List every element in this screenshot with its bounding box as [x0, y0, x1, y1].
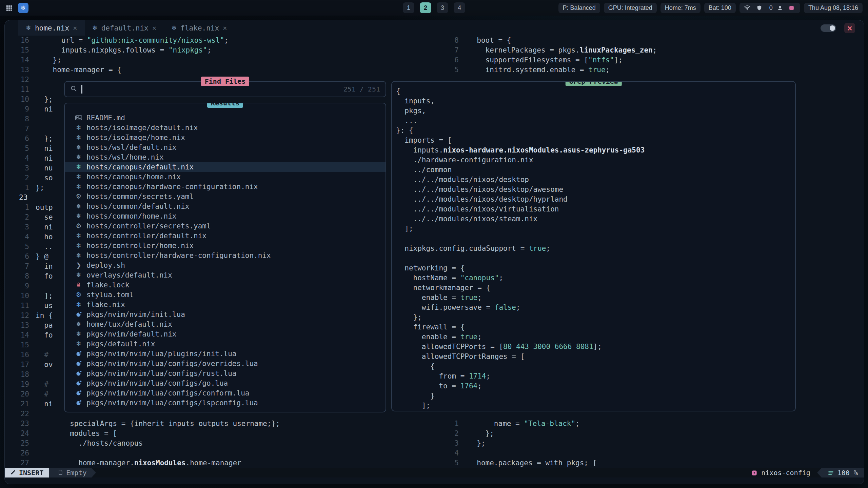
result-row[interactable]: ❄ hosts/controller/default.nix	[65, 231, 386, 241]
code-text[interactable]: #	[29, 350, 48, 360]
code-text[interactable]: initrd.systemd.enable = true;	[459, 65, 610, 75]
result-row[interactable]: pkgs/nvim/nvim/lua/configs/lspconfig.lua	[65, 398, 386, 408]
result-row[interactable]: ❄ overlays/default.nix	[65, 270, 386, 280]
app-logo-icon[interactable]: ❄	[18, 3, 28, 13]
editor-tab[interactable]: ❄ flake.nix ×	[164, 20, 234, 36]
code-text[interactable]: };	[459, 439, 486, 448]
result-row[interactable]: pkgs/nvim/nvim/init.lua	[65, 309, 386, 319]
code-text[interactable]: nu	[29, 163, 53, 173]
code-text[interactable]: ni	[29, 144, 53, 154]
code-text[interactable]: us	[29, 301, 53, 311]
code-text[interactable]: supportedFilesystems = ["ntfs"];	[459, 55, 623, 65]
code-text[interactable]: ];	[29, 291, 53, 301]
result-row[interactable]: pkgs/nvim/nvim/lua/configs/overrides.lua	[65, 359, 386, 368]
code-text[interactable]: #	[29, 389, 48, 399]
result-row[interactable]: ❄ home/tux/default.nix	[65, 319, 386, 329]
code-text[interactable]: #	[29, 380, 48, 389]
result-row[interactable]: pkgs/nvim/nvim/lua/configs/conform.lua	[65, 388, 386, 398]
code-text[interactable]: ho	[29, 232, 53, 242]
code-text[interactable]	[29, 85, 36, 95]
code-text[interactable]: home-manager.nixosModules.home-manager	[29, 458, 241, 468]
result-row[interactable]: README.md	[65, 113, 386, 123]
tray-item[interactable]	[777, 5, 784, 11]
code-text[interactable]: modules = [	[29, 429, 117, 439]
code-text[interactable]: kernelPackages = pkgs.linuxPackages_zen;	[459, 45, 657, 55]
code-text[interactable]: fo	[29, 330, 53, 340]
result-row[interactable]: ❄ hosts/wsl/default.nix	[65, 142, 386, 152]
code-text[interactable]: ..	[29, 242, 53, 252]
ping-module[interactable]: Home: 7ms	[660, 3, 701, 13]
result-row[interactable]: ❄ flake.nix	[65, 300, 386, 309]
result-row[interactable]: ❄ hosts/common/default.nix	[65, 201, 386, 211]
toggle-switch[interactable]	[821, 24, 836, 32]
code-text[interactable]	[29, 340, 36, 350]
code-text[interactable]	[459, 448, 468, 458]
tray-item[interactable]	[756, 5, 764, 11]
code-text[interactable]: in {	[29, 311, 53, 321]
result-row[interactable]: ⚙ hosts/common/secrets.yaml	[65, 191, 386, 201]
result-row[interactable]: pkgs/nvim/nvim/lua/configs/go.lua	[65, 378, 386, 388]
result-row[interactable]: ❄ hosts/canopus/hardware-configuration.n…	[65, 182, 386, 191]
code-text[interactable]: in	[29, 262, 53, 271]
code-text[interactable]: home.packages = with pkgs; [	[459, 458, 597, 468]
tray-item[interactable]: 0	[768, 4, 773, 12]
code-text[interactable]: ov	[29, 360, 53, 370]
result-row[interactable]: ❄ pkgs/default.nix	[65, 339, 386, 349]
code-text[interactable]	[29, 281, 36, 291]
battery-module[interactable]: Bat: 100	[704, 3, 736, 13]
result-row[interactable]: ❄ hosts/isoImage/home.nix	[65, 133, 386, 142]
clock-module[interactable]: Thu Aug 08, 18:16	[804, 3, 863, 13]
code-text[interactable]: pa	[29, 321, 53, 330]
code-text[interactable]: };	[29, 183, 44, 193]
code-text[interactable]: name = "Tela-black";	[459, 419, 580, 429]
code-text[interactable]: ni	[29, 399, 53, 409]
result-row[interactable]: ❄ hosts/canopus/default.nix	[65, 162, 386, 172]
result-row[interactable]: ❄ hosts/wsl/home.nix	[65, 152, 386, 162]
gpu-module[interactable]: GPU: Integrated	[604, 3, 657, 13]
result-row[interactable]: ⚙ hosts/controller/secrets.yaml	[65, 221, 386, 231]
code-text[interactable]	[29, 409, 36, 419]
code-text[interactable]: home-manager = {	[29, 65, 121, 75]
code-text[interactable]: specialArgs = {inherit inputs outputs us…	[29, 419, 280, 429]
code-text[interactable]: ni	[29, 154, 53, 163]
code-text[interactable]: };	[29, 55, 61, 65]
result-row[interactable]: ❄ hosts/common/home.nix	[65, 211, 386, 221]
code-text[interactable]	[29, 370, 36, 380]
result-row[interactable]: ❯ deploy.sh	[65, 260, 386, 270]
apps-grid-icon[interactable]	[5, 4, 13, 12]
code-text[interactable]: se	[29, 212, 53, 222]
code-text[interactable]: boot = {	[459, 36, 511, 45]
code-text[interactable]: };	[29, 95, 53, 104]
workspace-button[interactable]: 3	[437, 2, 448, 13]
code-text[interactable]: ni	[29, 222, 53, 232]
code-text[interactable]: fo	[29, 271, 53, 281]
code-text[interactable]: };	[29, 134, 53, 144]
result-row[interactable]: flake.lock	[65, 280, 386, 290]
code-text[interactable]: so	[29, 173, 53, 183]
result-row[interactable]: ❄ hosts/canopus/home.nix	[65, 172, 386, 182]
workspace-button[interactable]: 1	[403, 2, 414, 13]
result-row[interactable]: ⚙ stylua.toml	[65, 290, 386, 300]
code-text[interactable]	[29, 75, 36, 85]
code-text[interactable]	[29, 114, 36, 124]
code-text[interactable]: } @	[29, 252, 48, 262]
code-text[interactable]: outp	[29, 203, 53, 212]
result-row[interactable]: pkgs/nvim/nvim/lua/plugins/init.lua	[65, 349, 386, 359]
tray-item[interactable]	[744, 4, 752, 11]
tray-item[interactable]	[789, 5, 796, 11]
result-row[interactable]: ❄ pkgs/nvim/default.nix	[65, 329, 386, 339]
power-profile-module[interactable]: P: Balanced	[558, 3, 600, 13]
code-text[interactable]: url = "github:nix-community/nixos-wsl";	[29, 36, 229, 45]
editor-tab[interactable]: ❄ home.nix ×	[18, 20, 85, 36]
tab-close-icon[interactable]: ×	[223, 24, 227, 32]
window-close-button[interactable]: ×	[844, 23, 855, 33]
code-text[interactable]: inputs.nixpkgs.follows = "nixpkgs";	[29, 45, 211, 55]
code-text[interactable]: ./hosts/canopus	[29, 439, 143, 448]
code-text[interactable]	[29, 124, 36, 134]
editor-tab[interactable]: ❄ default.nix ×	[85, 20, 164, 36]
result-row[interactable]: pkgs/nvim/nvim/lua/configs/rust.lua	[65, 368, 386, 378]
tab-close-icon[interactable]: ×	[152, 24, 157, 32]
result-row[interactable]: ❄ hosts/controller/hardware-configuratio…	[65, 250, 386, 260]
result-row[interactable]: ❄ hosts/controller/home.nix	[65, 241, 386, 250]
code-text[interactable]: };	[459, 429, 494, 439]
